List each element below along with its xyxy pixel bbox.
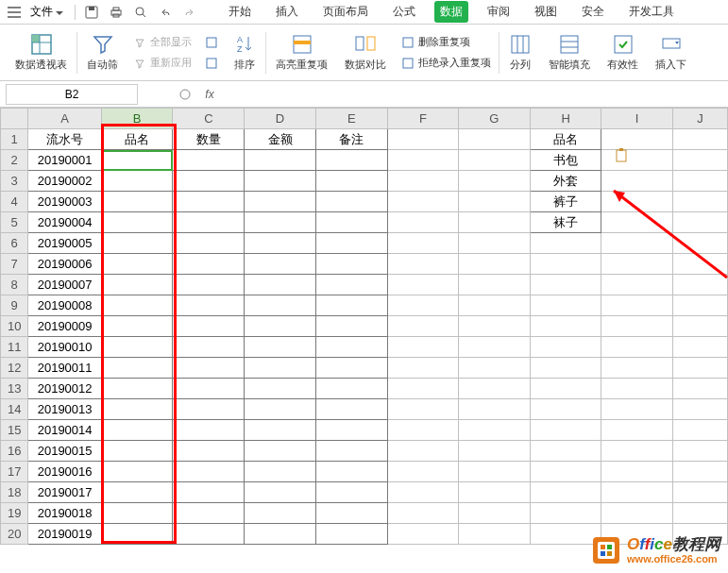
cell[interactable] (101, 399, 173, 420)
row-header[interactable]: 14 (1, 399, 28, 420)
cell[interactable] (101, 171, 173, 192)
row-header[interactable]: 7 (1, 254, 28, 275)
insert-dropdown-button[interactable]: 插入下 (648, 28, 694, 77)
row-header[interactable]: 11 (1, 337, 28, 358)
cell[interactable] (530, 441, 601, 462)
cell[interactable] (530, 503, 601, 524)
active-cell[interactable] (101, 150, 173, 171)
cell[interactable]: 20190013 (28, 399, 101, 420)
spreadsheet-grid[interactable]: A B C D E F G H I J 1 流水号 品名 数量 金额 备注 品名… (0, 108, 728, 545)
cell[interactable] (101, 212, 173, 233)
cell[interactable] (601, 233, 672, 254)
cell[interactable] (387, 503, 459, 524)
cell[interactable] (459, 171, 531, 192)
cell[interactable] (387, 399, 459, 420)
cell[interactable]: 20190015 (28, 441, 101, 462)
cell[interactable]: 20190011 (28, 358, 101, 379)
cell[interactable] (173, 254, 245, 275)
cell[interactable] (387, 379, 459, 399)
cell[interactable] (672, 192, 727, 212)
cell[interactable] (173, 358, 245, 379)
cell[interactable] (459, 337, 531, 358)
cell[interactable] (601, 399, 672, 420)
cell[interactable] (245, 503, 316, 524)
cell[interactable] (245, 482, 316, 503)
cell[interactable] (459, 316, 531, 337)
cell[interactable] (173, 192, 245, 212)
row-header[interactable]: 2 (1, 150, 28, 171)
cell[interactable] (173, 150, 245, 171)
cell[interactable] (601, 316, 672, 337)
cell[interactable] (601, 212, 672, 233)
cell[interactable]: 袜子 (530, 212, 601, 233)
cell[interactable] (459, 482, 531, 503)
cell[interactable] (387, 275, 459, 295)
row-header[interactable]: 17 (1, 462, 28, 482)
cell[interactable] (601, 379, 672, 399)
cell[interactable] (459, 150, 531, 171)
cell[interactable] (387, 171, 459, 192)
cell[interactable] (672, 399, 727, 420)
file-menu[interactable]: 文件 (25, 2, 69, 22)
cell[interactable] (387, 420, 459, 441)
cell[interactable]: 20190014 (28, 420, 101, 441)
cell[interactable] (672, 254, 727, 275)
cell[interactable] (315, 192, 387, 212)
cell[interactable]: 20190007 (28, 275, 101, 295)
cell[interactable]: 金额 (245, 129, 316, 150)
cell[interactable] (245, 233, 316, 254)
col-header-A[interactable]: A (28, 109, 101, 129)
cell[interactable]: 20190017 (28, 482, 101, 503)
tab-data[interactable]: 数据 (434, 1, 468, 23)
row-header[interactable]: 15 (1, 420, 28, 441)
cell[interactable] (530, 233, 601, 254)
cell[interactable] (387, 358, 459, 379)
tab-layout[interactable]: 页面布局 (317, 1, 374, 23)
cell[interactable] (387, 295, 459, 316)
formula-input[interactable] (219, 84, 728, 105)
col-header-E[interactable]: E (315, 109, 387, 129)
cell[interactable] (101, 316, 173, 337)
cell[interactable] (672, 441, 727, 462)
cell[interactable] (245, 358, 316, 379)
cell[interactable] (530, 337, 601, 358)
cell[interactable] (387, 192, 459, 212)
col-header-J[interactable]: J (672, 109, 727, 129)
row-header[interactable]: 19 (1, 503, 28, 524)
delete-dup-button[interactable]: 删除重复项 (401, 33, 491, 52)
cell[interactable] (459, 379, 531, 399)
cell[interactable] (245, 316, 316, 337)
cell[interactable] (315, 482, 387, 503)
cell[interactable] (672, 337, 727, 358)
fx-icon[interactable]: fx (200, 85, 219, 104)
cell[interactable] (315, 379, 387, 399)
cell[interactable] (459, 358, 531, 379)
cell[interactable] (672, 316, 727, 337)
cell[interactable] (315, 503, 387, 524)
cell[interactable] (530, 482, 601, 503)
cell[interactable] (387, 337, 459, 358)
cell[interactable] (601, 358, 672, 379)
validation-button[interactable]: 有效性 (600, 28, 646, 77)
row-header[interactable]: 18 (1, 482, 28, 503)
cell[interactable] (245, 171, 316, 192)
tab-view[interactable]: 视图 (529, 1, 563, 23)
col-header-G[interactable]: G (459, 109, 531, 129)
data-compare-button[interactable]: 数据对比 (337, 28, 394, 77)
cell[interactable] (387, 233, 459, 254)
cell[interactable] (101, 192, 173, 212)
cell[interactable] (601, 295, 672, 316)
cell[interactable] (459, 254, 531, 275)
reapply-button[interactable]: 重新应用 (133, 54, 192, 73)
row-header[interactable]: 3 (1, 171, 28, 192)
cell[interactable] (459, 129, 531, 150)
cell[interactable] (672, 503, 727, 524)
cell[interactable] (173, 503, 245, 524)
cell[interactable] (245, 295, 316, 316)
cell[interactable]: 20190012 (28, 379, 101, 399)
cell[interactable] (601, 275, 672, 295)
cell[interactable] (672, 420, 727, 441)
cell[interactable] (245, 420, 316, 441)
cell[interactable] (387, 150, 459, 171)
cell[interactable]: 书包 (530, 150, 601, 171)
